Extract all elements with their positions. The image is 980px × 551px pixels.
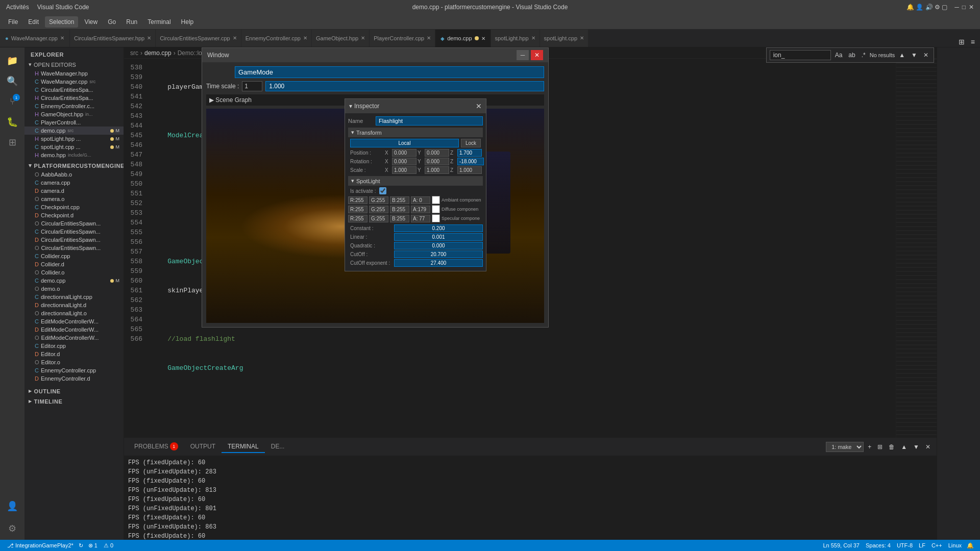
sidebar-file-aabbaabb[interactable]: OAabbAabb.o	[24, 170, 124, 179]
window-minimize[interactable]: ─	[954, 4, 959, 11]
open-editors-header[interactable]: ▾ OPEN EDITORS	[24, 60, 124, 69]
specular-swatch[interactable]	[432, 214, 440, 222]
sidebar-file-spotlight-hpp[interactable]: H spotLight.hpp ... M	[24, 135, 124, 143]
diffuse-g[interactable]	[369, 206, 388, 213]
sidebar-file-camerad[interactable]: Dcamera.d	[24, 187, 124, 195]
find-next-icon[interactable]: ▼	[909, 51, 919, 60]
activity-search[interactable]: 🔍	[3, 72, 21, 90]
sidebar-file-directionald[interactable]: DdirectionnalLight.d	[24, 301, 124, 309]
activity-settings[interactable]: ⚙	[3, 519, 21, 538]
editor-split-icon[interactable]: ⊞	[957, 37, 967, 47]
menu-help[interactable]: Help	[177, 16, 198, 28]
scale-x[interactable]	[392, 166, 416, 174]
sidebar-file-circularspawn1[interactable]: CCircularEntitiesSpawn...	[24, 228, 124, 236]
editor-more-icon[interactable]: ≡	[969, 37, 977, 47]
sidebar-file-spotlight-cpp[interactable]: C spotLight.cpp ... M	[24, 143, 124, 151]
menu-view[interactable]: View	[80, 16, 102, 28]
rot-z[interactable]	[457, 158, 484, 165]
pos-z[interactable]	[457, 149, 482, 157]
scale-z[interactable]	[457, 166, 482, 174]
tab-democpp-close[interactable]: ✕	[481, 36, 485, 41]
status-position[interactable]: Ln 559, Col 37	[820, 542, 863, 548]
activity-source-control[interactable]: ⑂ 1	[3, 92, 21, 111]
sidebar-file-circular-spa[interactable]: C CircularEntitiesSpa...	[24, 86, 124, 94]
terminal-trash-icon[interactable]: 🗑	[887, 442, 897, 452]
pos-y[interactable]	[425, 149, 449, 157]
lock-btn[interactable]: Lock	[461, 139, 481, 147]
ambient-swatch[interactable]	[432, 196, 440, 204]
constant-input[interactable]	[394, 224, 483, 232]
diffuse-swatch[interactable]	[432, 205, 440, 213]
breadcrumb-src[interactable]: src	[130, 49, 138, 57]
sidebar-file-ennemycontroller[interactable]: C EnnemyController.c...	[24, 102, 124, 110]
sidebar-file-editmodeW1[interactable]: CEditModeControllerW...	[24, 317, 124, 325]
terminal-tab-problems[interactable]: PROBLEMS 1	[128, 440, 184, 454]
sidebar-file-colliderd[interactable]: DCollider.d	[24, 260, 124, 268]
sidebar-file-collidercpp[interactable]: CCollider.cpp	[24, 252, 124, 260]
activity-debug[interactable]: 🐛	[3, 113, 21, 131]
tab-circularspawner-hpp-close[interactable]: ✕	[147, 35, 151, 41]
time-scale-small-input[interactable]	[242, 81, 262, 91]
rot-x[interactable]	[392, 158, 416, 165]
menu-go[interactable]: Go	[104, 16, 120, 28]
tab-ennemycontroller-close[interactable]: ✕	[303, 35, 307, 41]
sidebar-file-democpp2[interactable]: Cdemo.cpp M	[24, 277, 124, 285]
terminal-select[interactable]: 1: make	[826, 442, 864, 452]
sidebar-file-editmodeW2[interactable]: DEditModeControllerW...	[24, 325, 124, 334]
cutoff-input[interactable]	[394, 251, 483, 258]
sidebar-file-gameobject[interactable]: H GameObject.hpp in...	[24, 110, 124, 118]
tab-wavemanager[interactable]: ● WaveManager.cpp ✕	[0, 30, 70, 47]
find-regex-icon[interactable]: .*	[860, 51, 868, 60]
quadratic-input[interactable]	[394, 242, 483, 249]
time-scale-main-input[interactable]	[265, 81, 544, 91]
activity-extensions[interactable]: ⊞	[3, 133, 21, 152]
status-platform[interactable]: Linux	[945, 542, 965, 548]
scale-y[interactable]	[425, 166, 449, 174]
inspector-collapse-icon[interactable]: ▾	[349, 103, 352, 110]
ambient-g[interactable]	[369, 196, 388, 204]
sidebar-file-ennemycpp[interactable]: CEnnemyController.cpp	[24, 366, 124, 374]
status-language[interactable]: C++	[928, 542, 945, 548]
local-btn[interactable]: Local	[350, 139, 459, 147]
terminal-tab-debug[interactable]: DE...	[265, 441, 291, 453]
cutoff-exp-input[interactable]	[394, 259, 483, 267]
diffuse-r[interactable]	[348, 206, 368, 213]
sidebar-file-demoo[interactable]: Odemo.o	[24, 285, 124, 293]
pos-x[interactable]	[392, 149, 416, 157]
sidebar-file-checkpointo[interactable]: OCircularEntitiesSpawn...	[24, 219, 124, 228]
find-input[interactable]	[770, 50, 831, 60]
status-encoding[interactable]: UTF-8	[894, 542, 916, 548]
tab-wavemanager-close[interactable]: ✕	[60, 35, 64, 41]
specular-g[interactable]	[369, 215, 388, 222]
sidebar-file-directionalcpp[interactable]: CdirectionnalLight.cpp	[24, 293, 124, 301]
diffuse-b[interactable]	[390, 206, 409, 213]
sidebar-file-directionalo[interactable]: OdirectionnalLight.o	[24, 309, 124, 317]
window-close[interactable]: ✕	[969, 4, 974, 11]
ambient-a[interactable]	[411, 196, 430, 204]
sidebar-file-playercontroll[interactable]: C PlayerControll...	[24, 118, 124, 127]
status-spaces[interactable]: Spaces: 4	[863, 542, 894, 548]
window-maximize[interactable]: □	[962, 4, 966, 11]
sidebar-file-wavemanager-hpp[interactable]: H WaveManager.hpp	[24, 69, 124, 78]
status-sync[interactable]: ↻	[77, 542, 85, 549]
tab-spotlight-cpp-close[interactable]: ✕	[580, 35, 584, 41]
terminal-down-icon[interactable]: ▼	[911, 442, 921, 452]
terminal-add-icon[interactable]: +	[866, 442, 873, 452]
tab-spotlight-hpp[interactable]: spotLight.hpp ✕	[491, 30, 540, 47]
diffuse-a[interactable]	[411, 206, 430, 213]
ambient-b[interactable]	[390, 196, 409, 204]
game-window-close-btn[interactable]: ✕	[531, 50, 543, 60]
breadcrumb-file[interactable]: demo.cpp	[144, 49, 172, 57]
sidebar-file-checkpointcpp[interactable]: CCheckpoint.cpp	[24, 203, 124, 211]
tab-spotlight-cpp[interactable]: spotLight.cpp ✕	[540, 30, 589, 47]
specular-b[interactable]	[390, 215, 409, 222]
status-warnings[interactable]: ⚠ 0	[101, 542, 116, 549]
tab-circularspawner-hpp[interactable]: CircularEntitiesSpawner.hpp ✕	[70, 30, 156, 47]
sidebar-file-checkpointd[interactable]: DCheckpoint.d	[24, 211, 124, 219]
linear-input[interactable]	[394, 233, 483, 241]
sidebar-file-circularspawn2[interactable]: DCircularEntitiesSpawn...	[24, 236, 124, 244]
menu-selection[interactable]: Selection	[45, 16, 78, 28]
status-git[interactable]: ⎇ IntegrationGamePlay2*	[4, 542, 77, 549]
transform-section-header[interactable]: ▾ Transform	[348, 128, 483, 137]
sidebar-file-editoro[interactable]: OEditor.o	[24, 358, 124, 366]
